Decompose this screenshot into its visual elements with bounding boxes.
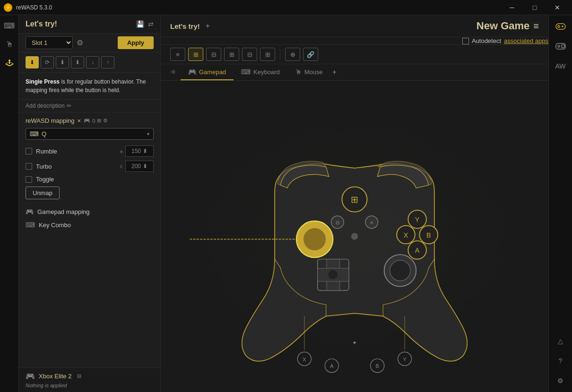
tab-mouse[interactable]: 🖱 Mouse bbox=[287, 64, 330, 80]
save-icon[interactable]: 💾 bbox=[136, 20, 144, 28]
unmap-button[interactable]: Unmap bbox=[26, 187, 60, 199]
mapping-dropdown-label: Q bbox=[42, 130, 144, 137]
right-settings-icon[interactable]: ⚙ bbox=[553, 373, 568, 388]
main-layout: ⌨ 🖱 🕹 Let's try! 💾 ⇄ Slot 1 ⚙ Apply ⬇ ⟳ … bbox=[0, 15, 572, 392]
rumble-spin-value[interactable]: 150 ⬍ bbox=[125, 145, 154, 157]
svg-text:Y: Y bbox=[403, 357, 407, 362]
svg-point-13 bbox=[351, 233, 358, 239]
keyboard-sidebar-icon[interactable]: ⌨ bbox=[3, 19, 16, 32]
mapping-num-icon: 0 bbox=[92, 118, 95, 124]
toggle-checkbox[interactable] bbox=[26, 176, 32, 183]
press-type-3[interactable]: ⬇ bbox=[56, 56, 69, 68]
game-title: New Game bbox=[477, 20, 530, 32]
slot-select[interactable]: Slot 1 bbox=[26, 36, 73, 49]
turbo-checkbox[interactable] bbox=[26, 163, 32, 170]
gamepad-mapping-action[interactable]: 🎮 Gamepad mapping bbox=[26, 205, 154, 218]
close-button[interactable]: ✕ bbox=[546, 0, 568, 15]
config-btn-3[interactable]: ⊞ bbox=[224, 48, 239, 61]
mapping-section: reWASD mapping × 🎮 0 ⊞ ⚙ ⌨ Q ▾ Rumble bbox=[19, 112, 160, 367]
maximize-button[interactable]: □ bbox=[524, 0, 546, 15]
turbo-spin-arrows[interactable]: ⬍ bbox=[143, 163, 147, 170]
device-name: Xbox Elite 2 bbox=[39, 373, 71, 380]
svg-rect-42 bbox=[562, 45, 564, 48]
share-icon[interactable]: ⇄ bbox=[148, 20, 154, 28]
panel-header: Let's try! 💾 ⇄ bbox=[19, 15, 160, 34]
press-type-4[interactable]: ⬇ bbox=[71, 56, 84, 68]
device-link-icon[interactable]: ⊟ bbox=[77, 373, 81, 379]
visibility-icon[interactable]: 👁 bbox=[170, 68, 177, 76]
svg-text:A: A bbox=[330, 363, 334, 369]
press-type-6[interactable]: ↑ bbox=[101, 56, 114, 68]
add-device-button[interactable]: + bbox=[332, 68, 337, 77]
config-btn-gamepad[interactable]: ⊞ bbox=[188, 48, 203, 61]
svg-text:⊞: ⊞ bbox=[351, 195, 358, 205]
tab-gamepad[interactable]: 🎮 Gamepad bbox=[181, 64, 234, 80]
rumble-checkbox[interactable] bbox=[26, 148, 32, 154]
mapping-close[interactable]: × bbox=[78, 117, 81, 124]
mapping-header: reWASD mapping × 🎮 0 ⊞ ⚙ bbox=[26, 117, 154, 124]
config-btn-2[interactable]: ⊟ bbox=[206, 48, 221, 61]
svg-text:B: B bbox=[426, 231, 431, 239]
gamepad-sidebar-icon[interactable]: 🕹 bbox=[3, 57, 16, 70]
svg-text:Y: Y bbox=[415, 216, 420, 223]
config-btn-5[interactable]: ⊞ bbox=[260, 48, 275, 61]
minimize-button[interactable]: ─ bbox=[501, 0, 523, 15]
config-btn-link[interactable]: 🔗 bbox=[303, 48, 318, 61]
slot-row: Slot 1 ⚙ Apply bbox=[19, 34, 160, 52]
autodetect-label: Autodetect bbox=[472, 37, 501, 44]
mouse-sidebar-icon[interactable]: 🖱 bbox=[3, 38, 16, 51]
key-combo-label: Key Combo bbox=[39, 222, 71, 229]
config-toolbar: ≡ ⊞ ⊟ ⊞ ⊟ ⊞ ⊕ 🔗 bbox=[161, 45, 548, 64]
key-combo-action[interactable]: ⌨ Key Combo bbox=[26, 218, 154, 231]
autodetect-row: Autodetect associated apps bbox=[161, 37, 548, 45]
rumble-spin-icon: ◈ bbox=[120, 149, 123, 154]
mapping-dropdown[interactable]: ⌨ Q ▾ bbox=[26, 128, 154, 140]
description-bold: Single Press bbox=[26, 78, 60, 85]
press-type-2[interactable]: ⟳ bbox=[41, 56, 54, 68]
gamepad-mapping-icon: 🎮 bbox=[26, 208, 34, 215]
rumble-spin-arrows[interactable]: ⬍ bbox=[143, 148, 147, 154]
apply-button[interactable]: Apply bbox=[118, 36, 154, 49]
config-btn-4[interactable]: ⊟ bbox=[242, 48, 257, 61]
autodetect-link[interactable]: associated apps bbox=[504, 37, 548, 44]
description-text: Single Press is for regular button behav… bbox=[26, 77, 154, 94]
mapping-label: reWASD mapping bbox=[26, 117, 75, 124]
game-menu-icon[interactable]: ≡ bbox=[533, 21, 539, 32]
add-description-row[interactable]: Add description ✏ bbox=[19, 100, 160, 112]
key-combo-icon: ⌨ bbox=[26, 221, 35, 229]
autodetect-checkbox[interactable] bbox=[462, 38, 469, 44]
right-gamepad-icon[interactable] bbox=[553, 19, 568, 34]
slot-settings-icon[interactable]: ⚙ bbox=[77, 38, 83, 47]
left-panel: Let's try! 💾 ⇄ Slot 1 ⚙ Apply ⬇ ⟳ ⬇ ⬇ ↓ … bbox=[19, 15, 161, 392]
tab-keyboard[interactable]: ⌨ Keyboard bbox=[234, 64, 287, 80]
rumble-num: 150 bbox=[131, 148, 141, 154]
mouse-tab-icon: 🖱 bbox=[295, 68, 302, 76]
mapping-gamepad-icon[interactable]: 🎮 bbox=[84, 118, 90, 124]
description-box: Single Press is for regular button behav… bbox=[19, 73, 160, 100]
config-btn-list[interactable]: ≡ bbox=[170, 48, 185, 61]
keyboard-tab-icon: ⌨ bbox=[241, 68, 251, 76]
config-divider-1 bbox=[280, 50, 280, 59]
mapping-xbox-icon[interactable]: ⊞ bbox=[97, 118, 101, 124]
app-title: reWASD 5.3.0 bbox=[16, 4, 52, 11]
turbo-spin-value[interactable]: 200 ⬍ bbox=[125, 161, 154, 172]
toggle-row: Toggle bbox=[26, 176, 154, 183]
rumble-label: Rumble bbox=[36, 148, 57, 155]
right-keyboard-icon[interactable]: AW bbox=[553, 59, 568, 74]
titlebar: ⚡ reWASD 5.3.0 ─ □ ✕ bbox=[0, 0, 572, 15]
press-type-5[interactable]: ↓ bbox=[86, 56, 99, 68]
svg-point-6 bbox=[390, 260, 410, 281]
lets-try-label: Let's try! bbox=[26, 20, 57, 28]
dropdown-arrow-icon: ▾ bbox=[147, 131, 149, 136]
titlebar-left: ⚡ reWASD 5.3.0 bbox=[4, 3, 52, 12]
autodetect-inner: Autodetect associated apps bbox=[462, 37, 548, 44]
config-btn-xbox[interactable]: ⊕ bbox=[285, 48, 300, 61]
press-type-1[interactable]: ⬇ bbox=[26, 56, 39, 68]
edit-icon[interactable]: ✏ bbox=[67, 102, 71, 109]
right-help-icon[interactable]: ? bbox=[553, 353, 568, 368]
mapping-settings-icon[interactable]: ⚙ bbox=[103, 118, 108, 124]
add-tab-button[interactable]: + bbox=[206, 22, 210, 30]
right-triangle-icon[interactable]: △ bbox=[553, 333, 568, 349]
app-icon: ⚡ bbox=[4, 3, 12, 12]
right-config-icon[interactable] bbox=[553, 39, 568, 54]
